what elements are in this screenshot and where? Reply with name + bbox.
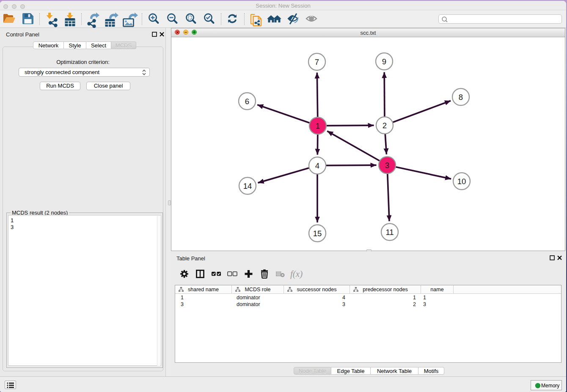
- svg-text:10: 10: [457, 177, 466, 186]
- svg-text:3: 3: [385, 161, 389, 170]
- svg-text:7: 7: [315, 58, 319, 66]
- svg-text:11: 11: [385, 228, 394, 237]
- svg-text:f(x): f(x): [290, 269, 303, 279]
- svg-text:9: 9: [382, 57, 386, 66]
- svg-text:15: 15: [313, 229, 322, 238]
- svg-text:1: 1: [316, 121, 320, 130]
- svg-text:2: 2: [383, 121, 387, 130]
- svg-text:4: 4: [315, 161, 319, 170]
- svg-text:14: 14: [243, 182, 252, 190]
- svg-text:8: 8: [459, 93, 463, 102]
- svg-text:6: 6: [245, 97, 249, 106]
